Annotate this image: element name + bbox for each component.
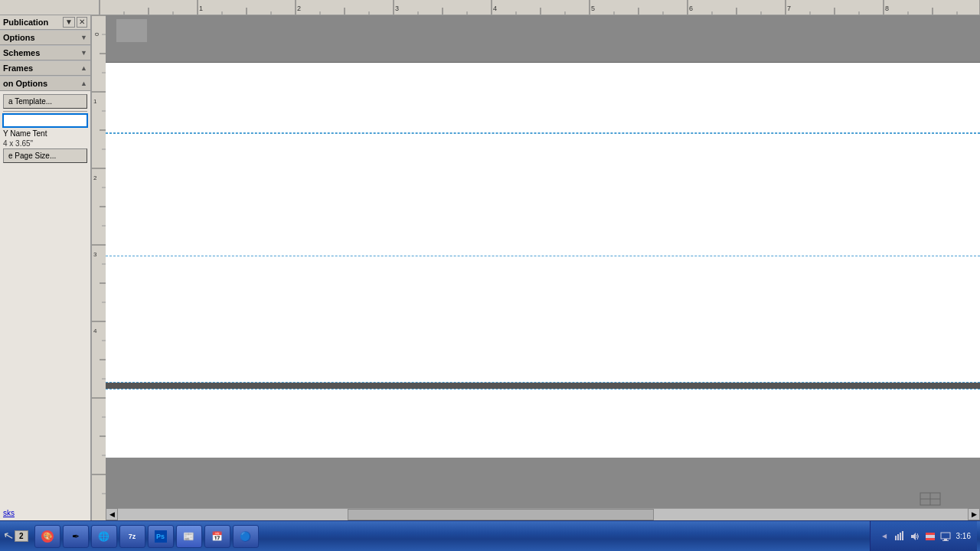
tasks-section: sks: [0, 503, 90, 520]
svg-text:2: 2: [297, 5, 301, 12]
svg-text:8: 8: [885, 5, 889, 12]
taskbar-app-pen[interactable]: ✒: [63, 525, 89, 548]
schemes-section-label: Schemes: [3, 48, 40, 57]
svg-rect-0: [100, 0, 980, 15]
template-button[interactable]: a Template...: [3, 94, 87, 109]
schemes-section-header[interactable]: Schemes ▼: [0, 45, 90, 60]
tray-volume-icon[interactable]: [909, 530, 921, 543]
system-time: 3:16: [956, 531, 971, 541]
page-bottom: [106, 389, 980, 458]
schemes-arrow: ▼: [80, 49, 87, 57]
guide-line-5: [106, 389, 980, 390]
page-size-button[interactable]: e Page Size...: [3, 148, 87, 163]
cursor-icon: ↖: [2, 528, 15, 545]
svg-text:5: 5: [591, 5, 595, 12]
frames-section-header[interactable]: Frames ▲: [0, 60, 90, 76]
photoshop-icon: Ps: [155, 530, 167, 543]
header-element: [116, 19, 147, 42]
svg-text:7: 7: [787, 5, 791, 12]
scroll-left-btn[interactable]: ◀: [106, 508, 118, 520]
svg-text:2: 2: [93, 174, 97, 181]
ruler-area: 1 2 3 4 5 6 7 8: [0, 0, 980, 15]
guide-line-3: [106, 256, 980, 256]
svg-text:4: 4: [493, 5, 497, 12]
tray-display-icon[interactable]: [939, 530, 952, 543]
taskbar-app-paint[interactable]: 🎨: [34, 525, 60, 548]
tray-network-icon[interactable]: [893, 530, 906, 543]
options-section-header[interactable]: Options ▼: [0, 30, 90, 45]
taskbar-app-photoshop[interactable]: Ps: [148, 525, 174, 548]
taskbar-apps: 🎨 ✒ 🌐 7z Ps 📰 📅: [31, 525, 870, 548]
paint-icon: 🎨: [41, 530, 54, 543]
svg-rect-79: [897, 534, 899, 540]
svg-rect-46: [92, 15, 106, 520]
taskbar-app-7zip[interactable]: 7z: [119, 525, 145, 548]
taskbar-app-publisher[interactable]: 📰: [176, 525, 202, 548]
svg-text:1: 1: [199, 5, 203, 12]
taskbar-tray: ◀: [870, 521, 977, 551]
svg-rect-86: [941, 533, 950, 539]
svg-text:0: 0: [93, 32, 100, 36]
svg-text:4: 4: [93, 328, 97, 334]
taskbar-app-calendar[interactable]: 📅: [204, 525, 230, 548]
panel-minimize-btn[interactable]: ▼: [63, 17, 75, 28]
panel-title-text: Publication: [3, 18, 48, 27]
left-panel: Publication ▼ ✕ Options ▼ Schemes ▼ Fram…: [0, 15, 92, 520]
horizontal-scrollbar[interactable]: [118, 508, 968, 520]
insertion-section-header[interactable]: on Options ▲: [0, 76, 90, 91]
svg-rect-85: [926, 538, 935, 540]
svg-rect-88: [942, 540, 949, 541]
ruler-corner: [0, 0, 100, 15]
scroll-right-btn[interactable]: ▶: [968, 508, 980, 520]
name-input[interactable]: [3, 114, 87, 127]
insertion-arrow: ▲: [80, 80, 87, 87]
taskbar-app-badge[interactable]: 🔵: [233, 525, 259, 548]
show-hidden-tray-btn[interactable]: ◀: [878, 530, 890, 543]
main-area: Publication ▼ ✕ Options ▼ Schemes ▼ Fram…: [0, 15, 980, 520]
panel-close-btn[interactable]: ✕: [77, 17, 87, 28]
page-indicator-area: ↖ 2: [3, 529, 28, 543]
gray-band-top: [106, 15, 980, 63]
insertion-section-label: on Options: [3, 79, 47, 88]
panel-spacer: [0, 168, 90, 503]
svg-rect-84: [926, 533, 935, 535]
svg-rect-81: [902, 531, 903, 540]
frames-section-label: Frames: [3, 64, 33, 73]
document-scroll-area[interactable]: [106, 15, 980, 520]
ruler-svg: 1 2 3 4 5 6 7 8: [100, 0, 980, 15]
page-top: [106, 63, 980, 133]
product-name-label: Y Name Tent: [3, 129, 87, 138]
calendar-icon: 📅: [211, 530, 224, 543]
insertion-options-content: a Template... Y Name Tent 4 x 3.65" e Pa…: [0, 91, 90, 168]
svg-rect-87: [944, 539, 947, 540]
pen-icon: ✒: [70, 530, 82, 543]
7zip-icon: 7z: [126, 530, 139, 543]
page-separator: [106, 383, 980, 389]
horizontal-ruler: 1 2 3 4 5 6 7 8: [100, 0, 980, 15]
page-middle: [106, 133, 980, 383]
svg-marker-82: [911, 533, 916, 540]
taskbar-app-chrome[interactable]: 🌐: [91, 525, 117, 548]
svg-rect-78: [895, 536, 897, 540]
panel-title-bar: Publication ▼ ✕: [0, 15, 90, 30]
svg-text:1: 1: [93, 98, 97, 105]
taskbar: ↖ 2 🎨 ✒ 🌐 7z Ps: [0, 520, 980, 551]
divider-1: [3, 111, 87, 112]
vruler-svg: 0 1 2 3 4: [92, 15, 106, 520]
scrollbar-thumb[interactable]: [348, 509, 654, 520]
frames-arrow: ▲: [80, 64, 87, 72]
svg-rect-80: [900, 533, 901, 540]
options-arrow: ▼: [80, 34, 87, 41]
product-size-label: 4 x 3.65": [3, 139, 87, 148]
svg-text:6: 6: [689, 5, 693, 12]
badge-icon: 🔵: [240, 530, 252, 543]
options-section-label: Options: [3, 33, 35, 42]
app-container: 1 2 3 4 5 6 7 8: [0, 0, 980, 551]
svg-text:3: 3: [395, 5, 399, 12]
vertical-ruler: 0 1 2 3 4: [92, 15, 106, 520]
canvas-area[interactable]: 0 1 2 3 4: [92, 15, 980, 520]
tasks-link[interactable]: sks: [3, 509, 87, 517]
page-number-badge: 2: [15, 530, 28, 542]
publisher-icon: 📰: [183, 530, 195, 543]
tray-language-icon[interactable]: [924, 530, 936, 543]
